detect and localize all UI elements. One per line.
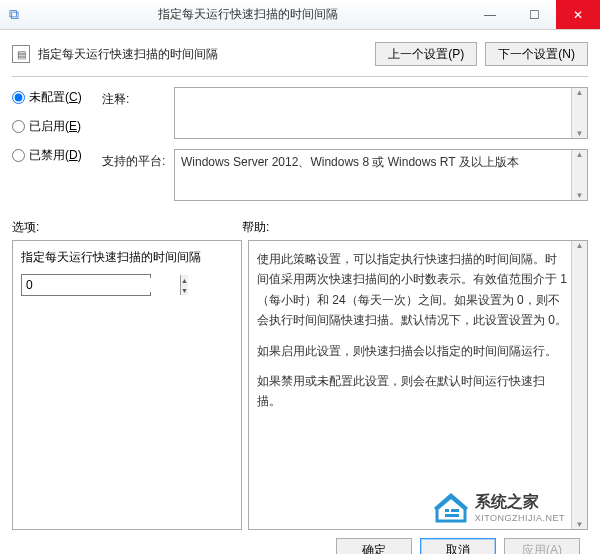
maximize-button[interactable]: ☐ [512,0,556,29]
comment-textarea[interactable]: ▲▼ [174,87,588,139]
comment-value [175,88,571,138]
radio-disabled[interactable]: 已禁用(D) [12,147,102,164]
policy-icon: ▤ [12,45,30,63]
radio-not-configured-input[interactable] [12,91,25,104]
window-title: 指定每天运行快速扫描的时间间隔 [28,6,468,23]
watermark: 系统之家 XITONGZHIJIA.NET [433,491,565,523]
comment-label: 注释: [102,87,166,139]
platform-value: Windows Server 2012、Windows 8 或 Windows … [175,150,571,200]
radio-enabled-input[interactable] [12,120,25,133]
spinner-down-icon[interactable]: ▼ [181,285,188,295]
radio-not-configured-label: 未配置(C) [29,89,82,106]
interval-spinner[interactable]: ▲ ▼ [21,274,151,296]
platform-scrollbar[interactable]: ▲▼ [571,150,587,200]
svg-rect-2 [445,514,459,517]
watermark-name: 系统之家 [475,492,565,513]
close-button[interactable]: ✕ [556,0,600,29]
options-section-label: 选项: [12,219,242,236]
titlebar: ⧉ 指定每天运行快速扫描的时间间隔 — ☐ ✕ [0,0,600,30]
options-panel: 指定每天运行快速扫描的时间间隔 ▲ ▼ [12,240,242,530]
apply-button[interactable]: 应用(A) [504,538,580,554]
help-paragraph-1: 使用此策略设置，可以指定执行快速扫描的时间间隔。时间值采用两次快速扫描间的小时数… [257,249,567,331]
next-setting-button[interactable]: 下一个设置(N) [485,42,588,66]
watermark-house-icon [433,491,469,523]
radio-enabled[interactable]: 已启用(E) [12,118,102,135]
help-paragraph-2: 如果启用此设置，则快速扫描会以指定的时间间隔运行。 [257,341,567,361]
policy-title: 指定每天运行快速扫描的时间间隔 [38,46,367,63]
svg-rect-0 [445,509,449,512]
platform-label: 支持的平台: [102,149,166,201]
spinner-up-icon[interactable]: ▲ [181,275,188,285]
interval-input[interactable] [22,278,180,292]
ok-button[interactable]: 确定 [336,538,412,554]
radio-disabled-input[interactable] [12,149,25,162]
help-scrollbar[interactable]: ▲▼ [571,241,587,529]
interval-label: 指定每天运行快速扫描的时间间隔 [21,249,233,266]
cancel-button[interactable]: 取消 [420,538,496,554]
minimize-button[interactable]: — [468,0,512,29]
radio-enabled-label: 已启用(E) [29,118,81,135]
radio-disabled-label: 已禁用(D) [29,147,82,164]
radio-not-configured[interactable]: 未配置(C) [12,89,102,106]
watermark-url: XITONGZHIJIA.NET [475,513,565,523]
comment-scrollbar[interactable]: ▲▼ [571,88,587,138]
help-section-label: 帮助: [242,219,269,236]
app-icon: ⧉ [0,6,28,23]
platform-textarea: Windows Server 2012、Windows 8 或 Windows … [174,149,588,201]
svg-rect-1 [451,509,459,512]
help-panel: 使用此策略设置，可以指定执行快速扫描的时间间隔。时间值采用两次快速扫描间的小时数… [248,240,588,530]
prev-setting-button[interactable]: 上一个设置(P) [375,42,477,66]
help-paragraph-3: 如果禁用或未配置此设置，则会在默认时间运行快速扫描。 [257,371,567,412]
